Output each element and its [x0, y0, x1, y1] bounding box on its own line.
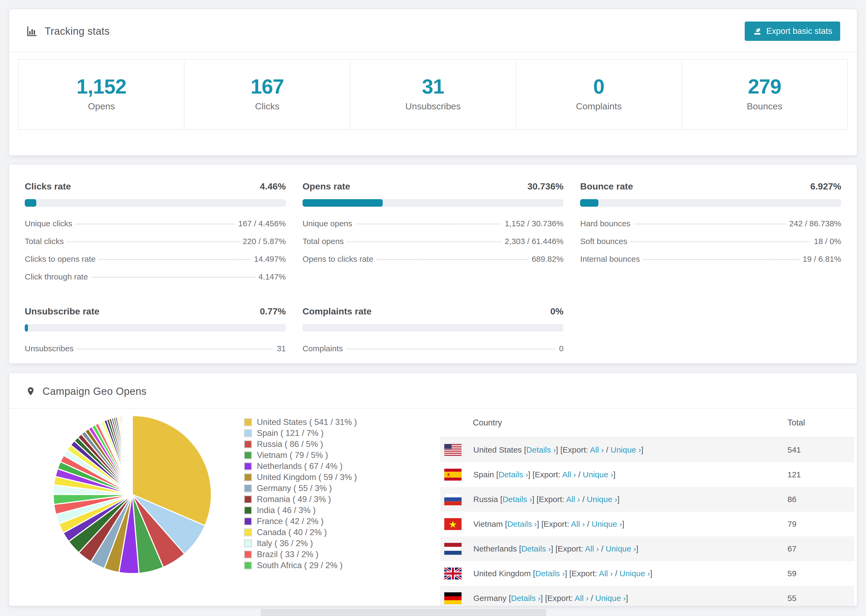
bottom-strip — [261, 609, 546, 616]
export-unique-link[interactable]: Unique › — [592, 520, 622, 528]
rate-detail-value: 220 / 5.87% — [243, 237, 286, 246]
stat-cell-clicks: 167 Clicks — [184, 60, 350, 129]
rate-title: Complaints rate — [302, 306, 372, 317]
details-link[interactable]: Details › — [526, 445, 556, 454]
rate-progress-track — [25, 324, 286, 332]
export-all-link[interactable]: All › — [571, 520, 585, 528]
rate-head: Opens rate 30.736% — [302, 181, 564, 192]
geo-table-row-gb: United Kingdom [Details ›] [Export: All … — [440, 561, 854, 586]
legend-item: France ( 42 / 2% ) — [244, 516, 357, 527]
stat-label: Complaints — [516, 101, 681, 112]
details-link[interactable]: Details › — [511, 594, 540, 603]
country-cell: United States [Details ›] [Export: All ›… — [473, 445, 787, 454]
page-title: Tracking stats — [45, 25, 110, 37]
details-link[interactable]: Details › — [535, 569, 565, 578]
rate-detail-value: 19 / 6.81% — [803, 255, 841, 264]
legend-swatch — [244, 506, 252, 514]
rate-head: Clicks rate 4.46% — [25, 181, 286, 192]
rate-detail-row: Total opens 2,303 / 61.446% — [302, 237, 564, 246]
geo-table-header: Country Total — [440, 409, 854, 438]
dashboard-page: Tracking stats Export basic stats 1,152 … — [0, 0, 866, 616]
rate-progress-track — [302, 199, 564, 207]
column-header-total: Total — [787, 418, 854, 427]
export-basic-stats-button[interactable]: Export basic stats — [745, 22, 840, 41]
country-cell: Russia [Details ›] [Export: All › / Uniq… — [473, 495, 787, 504]
bar-chart-icon — [26, 25, 38, 37]
rate-progress-fill — [302, 199, 383, 207]
rate-detail-row: Clicks to opens rate 14.497% — [25, 255, 286, 264]
country-name: Russia — [473, 495, 498, 504]
rate-detail-row: Unique opens 1,152 / 30.736% — [302, 219, 564, 228]
details-link[interactable]: Details › — [521, 544, 551, 553]
rate-detail-row: Unique clicks 167 / 4.456% — [25, 219, 286, 228]
export-unique-link[interactable]: Unique › — [583, 470, 613, 479]
legend-item: Netherlands ( 67 / 4% ) — [244, 460, 357, 472]
country-cell: Vietnam [Details ›] [Export: All › / Uni… — [473, 520, 787, 529]
flag-netherlands-icon — [444, 543, 461, 555]
country-cell: Germany [Details ›] [Export: All › / Uni… — [473, 594, 787, 603]
rate-detail-label: Total opens — [302, 237, 344, 246]
rate-detail-value: 14.497% — [254, 255, 286, 264]
export-all-link[interactable]: All › — [575, 594, 589, 603]
rate-detail-row: Unsubscribes 31 — [25, 344, 286, 353]
legend-label: Netherlands ( 67 / 4% ) — [257, 462, 343, 471]
country-name: Germany — [473, 594, 506, 603]
rate-rows: Hard bounces 242 / 86.738% Soft bounces … — [580, 219, 841, 264]
rate-detail-row: Internal bounces 19 / 6.81% — [580, 255, 841, 264]
details-link[interactable]: Details › — [502, 495, 532, 504]
geo-table-row-es: Spain [Details ›] [Export: All › / Uniqu… — [440, 462, 854, 487]
legend-item: Italy ( 36 / 2% ) — [244, 538, 357, 549]
legend-label: Romania ( 49 / 3% ) — [257, 495, 331, 504]
stat-value: 0 — [516, 76, 681, 97]
dotted-leader — [77, 349, 273, 349]
geo-header: Campaign Geo Opens — [9, 373, 857, 409]
export-unique-link[interactable]: Unique › — [595, 594, 626, 603]
stat-label: Clicks — [184, 101, 350, 112]
export-all-link[interactable]: All › — [599, 569, 613, 578]
rate-panel-opens-rate: Opens rate 30.736% Unique opens 1,152 / … — [302, 181, 564, 281]
flag-united-states-icon — [444, 444, 461, 456]
rate-detail-row: Complaints 0 — [302, 344, 564, 353]
rate-panel-unsubscribe-rate: Unsubscribe rate 0.77% Unsubscribes 31 — [25, 306, 286, 353]
rate-title: Bounce rate — [580, 181, 633, 192]
country-name: Vietnam — [473, 520, 503, 528]
export-all-link[interactable]: All › — [590, 445, 604, 454]
legend-item: Russia ( 86 / 5% ) — [244, 438, 357, 449]
country-name: Netherlands — [473, 544, 517, 553]
rate-detail-label: Unique clicks — [25, 219, 72, 228]
legend-swatch — [244, 418, 252, 426]
flag-spain-icon — [444, 469, 461, 481]
stats-strip: 1,152 Opens167 Clicks31 Unsubscribes0 Co… — [18, 59, 848, 130]
export-unique-link[interactable]: Unique › — [606, 544, 636, 553]
country-cell: United Kingdom [Details ›] [Export: All … — [473, 569, 787, 578]
export-all-link[interactable]: All › — [562, 470, 576, 479]
export-button-label: Export basic stats — [766, 26, 832, 36]
dotted-leader — [631, 241, 810, 242]
export-all-link[interactable]: All › — [585, 544, 599, 553]
rate-head: Bounce rate 6.927% — [580, 181, 841, 192]
rate-progress-fill — [580, 199, 598, 207]
export-unique-link[interactable]: Unique › — [620, 569, 650, 578]
total-cell: 59 — [787, 569, 854, 578]
legend-swatch — [244, 539, 252, 547]
rate-panel-bounce-rate: Bounce rate 6.927% Hard bounces 242 / 86… — [580, 181, 841, 281]
legend-label: Russia ( 86 / 5% ) — [257, 439, 323, 449]
total-cell: 67 — [787, 544, 854, 553]
rate-rows: Complaints 0 — [302, 344, 564, 353]
country-cell: Netherlands [Details ›] [Export: All › /… — [473, 544, 787, 553]
export-all-link[interactable]: All › — [566, 495, 580, 504]
geo-table-row-de: Germany [Details ›] [Export: All › / Uni… — [440, 586, 854, 606]
geo-opens-pie-chart — [52, 414, 213, 575]
rate-progress-track — [302, 324, 564, 332]
rate-detail-row: Click through rate 4.147% — [25, 272, 286, 281]
legend-label: United Kingdom ( 59 / 3% ) — [257, 473, 357, 482]
export-unique-link[interactable]: Unique › — [611, 445, 641, 454]
flag-united-kingdom-icon — [444, 567, 461, 580]
rate-detail-label: Total clicks — [25, 237, 64, 246]
details-link[interactable]: Details › — [498, 470, 528, 479]
details-link[interactable]: Details › — [507, 520, 537, 528]
legend-swatch — [244, 495, 252, 503]
legend-label: South Africa ( 29 / 2% ) — [257, 561, 343, 570]
export-unique-link[interactable]: Unique › — [587, 495, 617, 504]
rate-progress-fill — [25, 324, 28, 332]
